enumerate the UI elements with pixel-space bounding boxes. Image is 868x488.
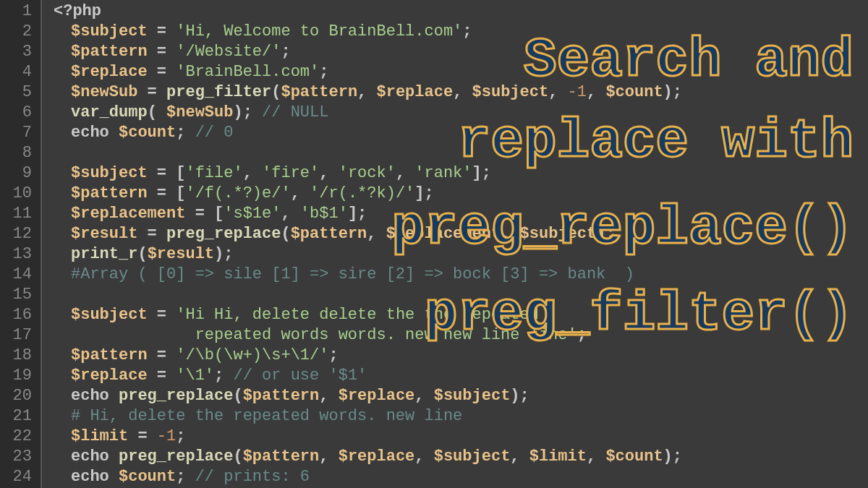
code-line: $replace = 'BrainBell.com'; [54,62,868,82]
line-number: 3 [0,42,32,62]
line-number: 23 [0,447,32,467]
line-number: 24 [0,467,32,487]
code-line: # Hi, delete the repeated words. new lin… [54,406,868,427]
code-line: $newSub = preg_filter($pattern, $replace… [54,82,868,103]
line-number: 16 [0,305,32,325]
code-line: $limit = -1; [54,427,868,447]
code-line: $replacement = ['s$1e', 'b$1']; [54,204,868,224]
line-number: 6 [0,103,32,123]
line-number: 10 [0,184,32,204]
line-number: 21 [0,406,32,427]
code-line: var_dump( $newSub); // NULL [54,103,868,123]
code-line [54,143,868,163]
code-line: repeated words words. new new line line'… [54,325,868,346]
line-number: 17 [0,325,32,346]
line-number: 1 [0,1,32,22]
code-line: $pattern = '/\b(\w+)\s+\1/'; [54,346,868,366]
line-number: 5 [0,82,32,103]
line-number: 7 [0,123,32,143]
line-number: 9 [0,163,32,184]
code-line: echo $count; // 0 [54,123,868,143]
code-line: $subject = 'Hi Hi, delete delete the the… [54,305,868,325]
line-number: 11 [0,204,32,224]
code-line: $subject = ['file', 'fire', 'rock', 'ran… [54,163,868,184]
code-line: echo preg_replace($pattern, $replace, $s… [54,447,868,467]
line-number: 2 [0,22,32,42]
code-line: $pattern = '/Website/'; [54,42,868,62]
code-line: #Array ( [0] => sile [1] => sire [2] => … [54,265,868,285]
code-line: echo $count; // prints: 6 [54,467,868,487]
code-line: print_r($result); [54,244,868,265]
line-number: 22 [0,427,32,447]
code-line: $result = preg_replace($pattern, $replac… [54,224,868,244]
code-line: $replace = '\1'; // or use '$1' [54,366,868,386]
code-line [54,285,868,305]
code-line: $subject = 'Hi, Welcome to BrainBell.com… [54,22,868,42]
line-number-gutter: 123456789101112131415161718192021222324 [0,0,42,488]
code-line: echo preg_replace($pattern, $replace, $s… [54,386,868,406]
line-number: 14 [0,265,32,285]
line-number: 8 [0,143,32,163]
code-line: $pattern = ['/f(.*?)e/', '/r(.*?k)/']; [54,184,868,204]
line-number: 20 [0,386,32,406]
line-number: 13 [0,244,32,265]
line-number: 12 [0,224,32,244]
code-editor: 123456789101112131415161718192021222324 … [0,0,868,488]
code-line: <?php [54,1,868,22]
line-number: 4 [0,62,32,82]
code-area[interactable]: <?php $subject = 'Hi, Welcome to BrainBe… [42,0,868,488]
line-number: 18 [0,346,32,366]
line-number: 19 [0,366,32,386]
line-number: 15 [0,285,32,305]
